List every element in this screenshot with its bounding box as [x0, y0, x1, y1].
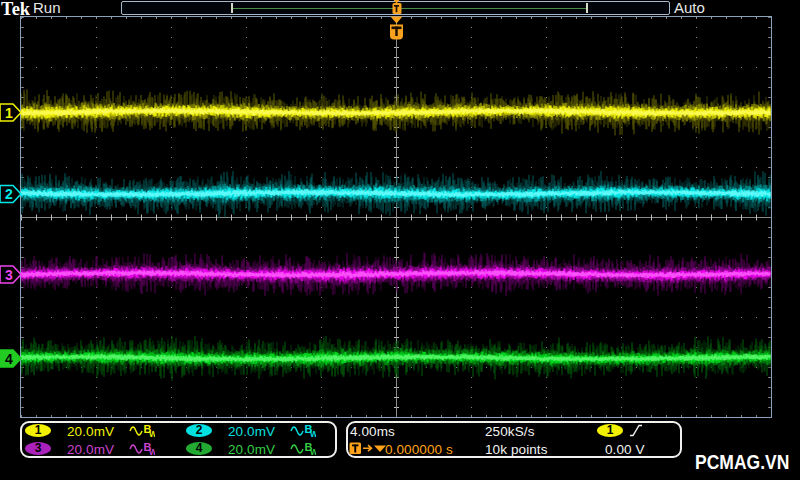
svg-text:W: W — [149, 429, 155, 438]
svg-text:W: W — [310, 447, 316, 456]
svg-text:W: W — [149, 447, 155, 456]
svg-text:4: 4 — [5, 351, 13, 367]
svg-text:2: 2 — [5, 186, 13, 202]
svg-text:1: 1 — [5, 105, 13, 121]
svg-text:3: 3 — [5, 267, 13, 283]
svg-text:W: W — [310, 429, 316, 438]
